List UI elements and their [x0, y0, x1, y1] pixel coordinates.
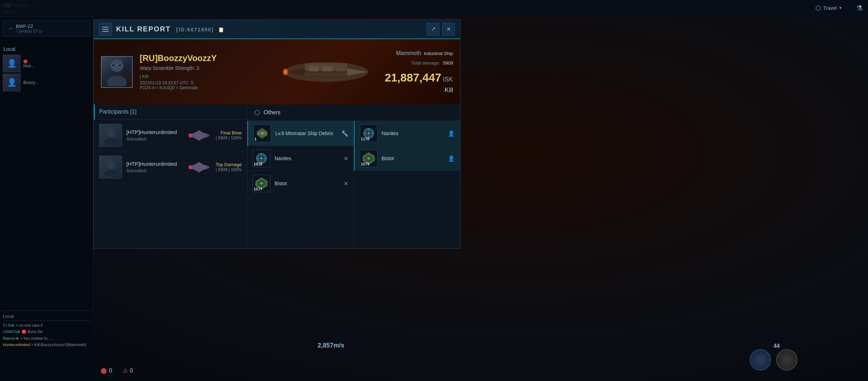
kill-report-title-text: KILL REPORT [116, 25, 171, 33]
loot-left-column: 1 Lv.6 Minmatar Ship Debris 🔧 [247, 121, 354, 248]
participant-avatar-1 [99, 124, 122, 147]
jump-icon: → [7, 25, 13, 32]
loot-item-nanites-1170[interactable]: 1170 Nanites 👤 [354, 121, 460, 146]
circle-button-2[interactable] [776, 349, 797, 370]
hamburger-button[interactable] [99, 23, 112, 36]
participant-pct-2: 100% [231, 167, 242, 172]
filter-icon[interactable]: ⚗ [856, 4, 863, 12]
svg-point-32 [260, 157, 263, 159]
chat-message-1: T.I.G★ > no one care # [3, 323, 91, 328]
ship-image-area [277, 46, 375, 98]
svg-rect-3 [118, 64, 122, 67]
small-counter-value: 44 [773, 343, 780, 349]
local-player-name-2: Boozy... [23, 80, 38, 85]
avatar-1: 👤 [3, 55, 20, 72]
circular-buttons [750, 349, 797, 370]
others-panel: ⬡ Others 1 [247, 104, 460, 248]
isk-label: ISK [443, 76, 453, 83]
svg-marker-27 [257, 128, 267, 132]
total-damage-value: 5909 [443, 60, 453, 66]
participant-name-1: [HTP]Hunterunlimited [126, 129, 182, 135]
mammoth-ship-image [277, 49, 375, 95]
kill-type-badge: | Kill [140, 74, 270, 79]
kill-stats: Mammoth Industrial Ship Total damage: 59… [382, 50, 453, 94]
participant-ship-2: Succubus [126, 168, 182, 173]
svg-point-16 [107, 129, 115, 137]
loot-item-bistot-1079[interactable]: 1079 Bistot 👤 [354, 146, 460, 171]
nanites-icon-container-2: 1170 [360, 125, 378, 142]
debris-action-icon[interactable]: 🔧 [341, 130, 348, 137]
local-entry-1[interactable]: 👤 ⬤ Hun... [3, 55, 90, 72]
chat-icon-2: 🔴 [22, 329, 28, 334]
bistot-qty-2: 1079 [361, 162, 369, 166]
bistot-name-1: Bistot [275, 181, 339, 186]
travel-nav-item[interactable]: ⬡ Travel ▼ [815, 4, 842, 12]
svg-point-20 [188, 133, 192, 138]
svg-point-21 [107, 161, 115, 169]
nanites-icon-container-1: 1918 [253, 150, 270, 167]
isk-value: 21,887,447 [385, 71, 441, 84]
cube-icon: ⬡ [254, 109, 260, 116]
bistot-qty-1: 1577 [254, 187, 262, 191]
chat-message-2: USMCN★ 🔴 Boris De [3, 329, 91, 334]
top-navigation-bar: ⬡ Travel ▼ ⚗ [0, 0, 868, 16]
external-link-button[interactable]: ↗ [427, 23, 439, 36]
participant-pct-1: 100% [231, 135, 242, 140]
participants-header: Participants [1] [94, 104, 247, 120]
chat-header: Local [3, 314, 91, 321]
debris-icon-container: 1 [253, 125, 271, 142]
svg-point-22 [104, 170, 117, 176]
participant-info-2: [HTP]Hunterunlimited Succubus [126, 161, 182, 173]
participant-row-1[interactable]: [HTP]Hunterunlimited Succubus Final Blow… [94, 120, 247, 151]
svg-point-10 [284, 70, 287, 74]
circle-button-1[interactable] [750, 349, 771, 370]
loot-item-debris[interactable]: 1 Lv.6 Minmatar Ship Debris 🔧 [247, 121, 354, 146]
orange-counter-icon: ⚠ [123, 367, 128, 374]
loot-item-bistot-1577[interactable]: 1577 Bistot ✕ [247, 171, 354, 196]
modal-actions: ↗ ✕ [427, 23, 455, 36]
chat-message-3: Raenor★ > You mother fu...... [3, 336, 91, 341]
participant-row-2[interactable]: [HTP]Hunterunlimited Succubus Top Damage… [94, 151, 247, 183]
bistot-close-icon-1[interactable]: ✕ [344, 180, 348, 187]
chat-text-2: Boris De [28, 329, 42, 334]
speed-value: 2,857m/s [318, 342, 344, 349]
final-blow-label: Final Blow [216, 130, 242, 135]
participants-panel: Participants [1] [HTP]Hunterunlimited Su… [94, 104, 247, 248]
svg-marker-19 [190, 130, 208, 141]
counter-2: ⚠ 0 [123, 367, 133, 374]
modal-header: KILL REPORT [ID:6671800] 📋 ↗ ✕ [94, 20, 460, 39]
nanites-name-1: Nanites [275, 156, 339, 161]
bistot-icon-container-2: 1079 [360, 150, 378, 167]
chevron-down-icon: ▼ [839, 6, 842, 10]
modal-title: KILL REPORT [ID:6671800] 📋 [116, 25, 422, 33]
hamburger-line-2 [102, 29, 109, 30]
local-player-label-1: Hun... [23, 64, 35, 68]
bistot-name-2: Bistot [382, 156, 444, 161]
red-counter-icon: ⬤ [101, 367, 107, 374]
ship-name: Mammoth [396, 50, 421, 56]
avatar-2: 👤 [3, 74, 20, 91]
local-header: Local [4, 46, 90, 52]
svg-point-25 [188, 165, 192, 169]
chat-message-4: Hunterunlimited > Kill:BoozzyVoozzY[Mamm… [3, 342, 91, 347]
total-damage-label: Total damage: [411, 60, 440, 68]
loot-item-nanites-1918[interactable]: 1918 Nanites ✕ [247, 146, 354, 171]
hamburger-line-1 [102, 27, 109, 28]
victim-detail: Warp Scramble Strength: 3 [140, 65, 270, 71]
local-entry-2[interactable]: 👤 Boozy... [3, 74, 90, 91]
nanites-close-icon-1[interactable]: ✕ [344, 155, 348, 162]
copy-icon[interactable]: 📋 [218, 27, 225, 32]
bottom-counters: ⬤ 0 ⚠ 0 [94, 364, 140, 377]
close-button[interactable]: ✕ [442, 23, 455, 36]
local-player-name-1: ⬤ [23, 59, 35, 64]
jump-info-panel[interactable]: → BWF-ZZ 7 jump(s) 27 Ly [3, 20, 90, 36]
counter-1: ⬤ 0 [101, 367, 112, 374]
chat-name-2: USMCN★ [3, 329, 20, 334]
svg-point-29 [261, 132, 264, 135]
speed-indicator: 2,857m/s [318, 342, 344, 349]
svg-rect-12 [323, 66, 333, 71]
chat-name-3: Raenor★ [3, 336, 19, 340]
counter-1-value: 0 [109, 368, 112, 374]
svg-point-1 [107, 75, 127, 86]
svg-rect-2 [111, 64, 116, 67]
